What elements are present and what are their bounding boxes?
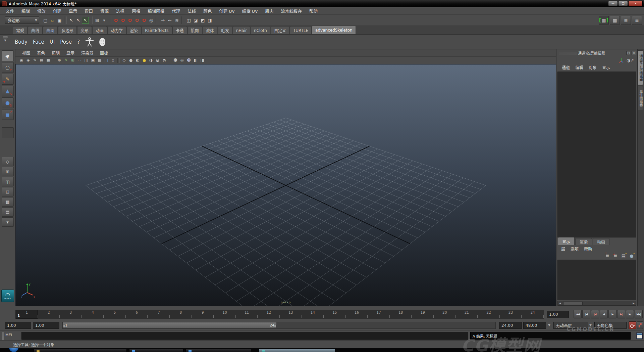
occlusion-toggle-icon[interactable]: ◒ (154, 57, 161, 63)
menu-item[interactable]: 网格 (128, 8, 144, 14)
timeline-frame[interactable]: 9 (192, 310, 214, 319)
command-line-grip[interactable] (2, 332, 4, 340)
animation-preferences-button[interactable]: ▞ (637, 321, 643, 329)
panel-menu-item[interactable]: 渲染器 (78, 50, 97, 56)
group-divider[interactable] (156, 16, 158, 24)
2d-pan-zoom-icon[interactable]: ⊕ (56, 57, 63, 63)
persp-outliner-graph-layout-button[interactable]: ▤ (2, 207, 14, 217)
scrollbar-thumb[interactable] (563, 302, 583, 305)
shelf-script-button[interactable]: Pose (57, 39, 74, 45)
panel-divider[interactable] (169, 58, 171, 63)
shelf-tab[interactable]: 毛发 (218, 26, 232, 34)
previous-key-button[interactable]: |◀ (582, 310, 590, 318)
menu-set-dropdown[interactable]: 多边形 ▼ (5, 16, 39, 24)
channel-list-empty[interactable] (557, 72, 636, 237)
menu-item[interactable]: 编辑 (18, 8, 34, 14)
playback-range-bar[interactable]: 1 24 (63, 322, 276, 328)
auto-keyframe-toggle[interactable] (629, 321, 636, 329)
timeline-frame[interactable]: 1 (16, 310, 38, 319)
range-slider-track[interactable]: 1 24 (62, 322, 496, 329)
snap-to-projected-center-icon[interactable]: Ω (133, 17, 141, 24)
panel-divider[interactable] (117, 58, 120, 63)
four-pane-layout-button[interactable]: ⊞ (2, 167, 14, 176)
shelf-tab[interactable]: 动力学 (107, 26, 126, 34)
grid-toggle-icon[interactable]: ⊞ (69, 57, 76, 63)
default-lighting-icon[interactable]: ● (141, 57, 148, 63)
construction-history-icon[interactable]: ≋ (173, 17, 180, 24)
previous-frame-button[interactable]: |◀ (591, 310, 599, 318)
gate-mask-icon[interactable]: ▣ (90, 57, 96, 63)
shelf-script-button[interactable]: ? (74, 39, 83, 45)
persp-graph-layout-button[interactable]: ⊟ (2, 187, 14, 196)
taskbar-button[interactable] (34, 349, 127, 352)
menu-item[interactable]: 窗口 (81, 8, 97, 14)
float-panel-icon[interactable]: □ (626, 51, 631, 55)
time-slider-grip[interactable] (1, 310, 4, 318)
go-to-range-start-button[interactable]: |◀◀ (574, 310, 582, 318)
last-tool-slot[interactable] (2, 127, 14, 138)
shelf-script-button[interactable]: Body (12, 39, 30, 45)
scale-tool[interactable]: ■ ↗ (2, 109, 14, 120)
status-line-grip[interactable] (1, 16, 4, 24)
menu-item[interactable]: 法线 (184, 8, 200, 14)
menu-item[interactable]: 创建 UV (215, 8, 238, 14)
save-scene-icon[interactable]: ▣ (56, 17, 63, 24)
menu-item[interactable]: 编辑 UV (238, 8, 262, 14)
next-key-button[interactable]: ▶| (626, 310, 634, 318)
menu-item[interactable]: 颜色 (200, 8, 215, 14)
ipr-render-icon[interactable]: ◩ (199, 17, 206, 24)
shelf-tab[interactable]: 曲线 (28, 26, 43, 34)
current-time-field[interactable]: 1.00 (547, 311, 569, 318)
sidebar-vertical-tab[interactable]: 属性编辑器 (638, 86, 643, 110)
group-divider[interactable] (90, 16, 93, 24)
script-editor-button[interactable] (636, 333, 643, 339)
go-to-range-end-button[interactable]: ▶▶| (635, 310, 643, 318)
channel-box-menu-item[interactable]: 通道 (559, 64, 573, 70)
lasso-select-tool[interactable]: ◌ ▸ (2, 62, 14, 73)
panel-menu-item[interactable]: 视图 (19, 50, 34, 56)
channel-box-menu-item[interactable]: 显示 (599, 64, 613, 70)
channel-box-menu-item[interactable]: 对象 (586, 64, 599, 70)
menu-item[interactable]: 修改 (34, 8, 49, 14)
timeline-frame[interactable]: 13 (280, 310, 302, 319)
manipulator-axis-icon[interactable] (619, 58, 624, 63)
shelf-tab[interactable]: advancedSkeleton (312, 26, 356, 34)
menu-item[interactable]: 肌肉 (262, 8, 277, 14)
shelf-tab[interactable]: 变形 (77, 26, 92, 34)
timeline-frame[interactable]: 23 (500, 310, 522, 319)
shelf-tab[interactable]: 多边形 (58, 26, 77, 34)
grease-pencil-icon[interactable]: ✎ (63, 57, 69, 63)
channel-box-menu-item[interactable]: 编辑 (573, 64, 586, 70)
timeline-frame[interactable]: 20 (434, 310, 456, 319)
xray-toggle-icon[interactable]: ◎ (179, 57, 185, 63)
shelf-tab[interactable]: 渲染 (126, 26, 141, 34)
next-frame-button[interactable]: ▶| (617, 310, 625, 318)
image-plane-icon[interactable]: ▦ (45, 57, 52, 63)
shelf-tab[interactable]: TURTLE (290, 26, 312, 34)
layer-editor-menu-item[interactable]: 帮助 (581, 246, 595, 252)
timeline-frame[interactable]: 3 (60, 310, 82, 319)
menu-item[interactable]: 帮助 (306, 8, 321, 14)
bookmarks-icon[interactable]: ▤ (38, 57, 45, 63)
speed-state-icon[interactable]: ↗ (630, 58, 634, 63)
timeline-frame[interactable]: 18 (390, 310, 412, 319)
shelf-tab[interactable]: nHair (233, 26, 250, 34)
group-divider[interactable] (181, 16, 184, 24)
open-scene-icon[interactable]: ▱ (49, 17, 56, 24)
snap-to-curves-icon[interactable]: Ω (119, 17, 126, 24)
wireframe-mode-icon[interactable]: ◇ (121, 57, 127, 63)
timeline-frame[interactable]: 15 (324, 310, 346, 319)
output-from-selected-icon[interactable]: ← (166, 17, 173, 24)
scroll-right-icon[interactable]: ▶ (631, 301, 636, 305)
shelf-tab[interactable]: PaintEffects (142, 26, 172, 34)
select-camera-icon[interactable]: ◉ (18, 57, 25, 63)
outliner-persp-layout-button[interactable]: ◫ (2, 177, 14, 186)
selection-mask-icon[interactable]: ⊞ (94, 17, 101, 24)
exposure-icon[interactable]: ◧ (192, 57, 199, 63)
timeline-frame[interactable]: 17 (368, 310, 390, 319)
create-layer-from-selected-icon[interactable]: ● * (629, 253, 635, 258)
menu-item[interactable]: 显示 (65, 8, 81, 14)
make-object-live-icon[interactable]: ◎ (148, 17, 155, 24)
move-tool[interactable]: ▲ ↘ (2, 86, 14, 96)
rotate-tool[interactable]: ● ↻ (2, 97, 14, 108)
